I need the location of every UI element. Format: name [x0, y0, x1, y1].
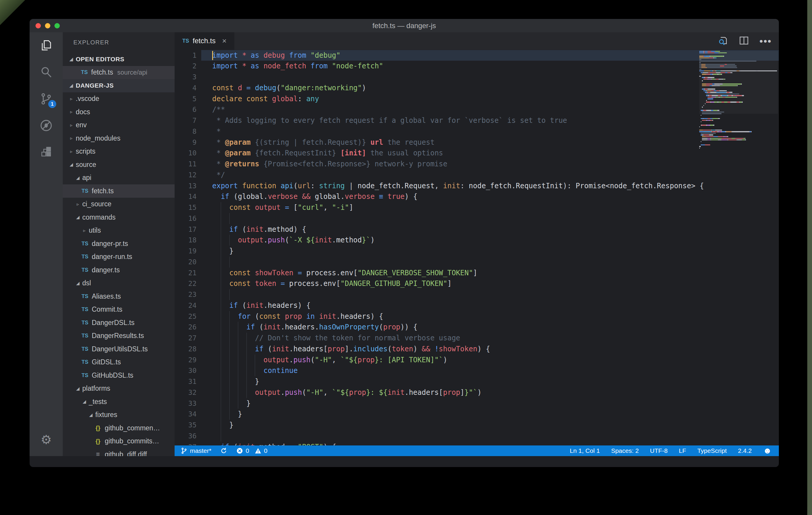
- tree-item-aliases-ts[interactable]: TSAliases.ts: [63, 290, 175, 303]
- tree-item-ci-source[interactable]: ▹ci_source: [63, 198, 175, 211]
- open-changes-button[interactable]: [718, 35, 729, 47]
- tree-item--tests[interactable]: ◢_tests: [63, 395, 175, 408]
- code-line-32[interactable]: 32 output.push("-H", `"${prop}: ${init.h…: [175, 387, 779, 398]
- tree-item-platforms[interactable]: ◢platforms: [63, 382, 175, 395]
- tree-item-api[interactable]: ◢api: [63, 171, 175, 185]
- activity-item-source-control[interactable]: 1: [30, 86, 63, 112]
- code-text: if (init.method ≡ "POST") {: [201, 441, 336, 446]
- code-line-8[interactable]: 8 *: [175, 126, 779, 137]
- tab-bar: TS fetch.ts ×: [175, 32, 779, 50]
- code-line-13[interactable]: 13export function api(url: string | node…: [175, 180, 779, 192]
- code-line-37[interactable]: 37 if (init.method ≡ "POST") {: [175, 441, 779, 446]
- activity-item-debug[interactable]: [30, 112, 63, 139]
- tree-item-source[interactable]: ◢source: [63, 158, 175, 171]
- code-line-12[interactable]: 12 */: [175, 170, 779, 180]
- code-text: const showToken = process.env["DANGER_VE…: [201, 267, 477, 279]
- code-line-20[interactable]: 20: [175, 257, 779, 267]
- code-line-25[interactable]: 25 for (const prop in init.headers) {: [175, 311, 779, 322]
- status-encoding[interactable]: UTF-8: [650, 447, 668, 454]
- code-line-36[interactable]: 36: [175, 431, 779, 441]
- tree-item-fetch-ts[interactable]: TSfetch.ts: [63, 184, 175, 198]
- code-line-11[interactable]: 11 * @returns {Promise<fetch.Response>} …: [175, 159, 779, 170]
- tree-item-commands[interactable]: ◢commands: [63, 211, 175, 224]
- line-number: 30: [175, 365, 201, 376]
- tree-item-dangerutilsdsl-ts[interactable]: TSDangerUtilsDSL.ts: [63, 342, 175, 356]
- code-line-22[interactable]: 22 const token = process.env["DANGER_GIT…: [175, 278, 779, 289]
- code-line-15[interactable]: 15 const output = ["curl", "-i"]: [175, 202, 779, 213]
- status-cursor-position[interactable]: Ln 1, Col 1: [570, 447, 600, 454]
- tree-item-dangerresults-ts[interactable]: TSDangerResults.ts: [63, 330, 175, 343]
- code-line-31[interactable]: 31 }: [175, 376, 779, 387]
- code-line-35[interactable]: 35 }: [175, 420, 779, 431]
- tree-item-danger-pr-ts[interactable]: TSdanger-pr.ts: [63, 237, 175, 250]
- tree-item-gitdsl-ts[interactable]: TSGitDSL.ts: [63, 356, 175, 369]
- tree-item-commit-ts[interactable]: TSCommit.ts: [63, 303, 175, 316]
- code-line-14[interactable]: 14 if (global.verbose && global.verbose …: [175, 191, 779, 202]
- activity-item-settings[interactable]: ⚙: [30, 427, 63, 453]
- git-branch-status[interactable]: master*: [180, 447, 211, 454]
- tree-item-fixtures[interactable]: ◢fixtures: [63, 408, 175, 422]
- status-typescript-version[interactable]: 2.4.2: [738, 447, 752, 454]
- minimize-window-button[interactable]: [45, 23, 50, 28]
- open-editor-item-fetch-ts[interactable]: TS fetch.ts source/api: [63, 66, 175, 79]
- tree-item-danger-run-ts[interactable]: TSdanger-run.ts: [63, 250, 175, 264]
- code-line-4[interactable]: 4const d = debug("danger:networking"): [175, 83, 779, 93]
- code-line-24[interactable]: 24 if (init.headers) {: [175, 300, 779, 311]
- close-window-button[interactable]: [35, 23, 41, 28]
- code-line-6[interactable]: 6/**: [175, 104, 779, 115]
- code-line-9[interactable]: 9 * @param {(string | fetch.Request)} ur…: [175, 137, 779, 148]
- tree-item-scripts[interactable]: ▹scripts: [63, 145, 175, 159]
- open-editors-header[interactable]: ◢ OPEN EDITORS: [63, 53, 175, 66]
- code-line-28[interactable]: 28 if (init.headers[prop].includes(token…: [175, 344, 779, 354]
- code-text: if (global.verbose && global.verbose ≡ t…: [201, 191, 417, 202]
- tree-item-github-commits-[interactable]: {}github_commits…: [63, 435, 175, 448]
- split-editor-button[interactable]: [738, 35, 749, 47]
- activity-item-search[interactable]: [30, 59, 63, 86]
- tree-item--vscode[interactable]: ▹.vscode: [63, 92, 175, 106]
- tree-item-utils[interactable]: ▹utils: [63, 224, 175, 237]
- activity-item-explorer[interactable]: [30, 32, 63, 59]
- code-line-27[interactable]: 27 // Don't show the token for normal ve…: [175, 333, 779, 344]
- problems-status[interactable]: 0 0: [236, 447, 267, 454]
- code-line-19[interactable]: 19 }: [175, 246, 779, 257]
- project-root-header[interactable]: ◢ DANGER-JS: [63, 79, 175, 92]
- code-line-29[interactable]: 29 output.push("-H", `"${prop}: [API TOK…: [175, 354, 779, 366]
- status-indentation[interactable]: Spaces: 2: [611, 447, 639, 454]
- code-line-21[interactable]: 21 const showToken = process.env["DANGER…: [175, 267, 779, 279]
- tree-item-node-modules[interactable]: ▹node_modules: [63, 132, 175, 145]
- code-line-3[interactable]: 3: [175, 71, 779, 83]
- code-line-10[interactable]: 10 * @param {fetch.RequestInit} [init] t…: [175, 148, 779, 159]
- tree-item-danger-ts[interactable]: TSdanger.ts: [63, 263, 175, 277]
- code-editor[interactable]: 1import * as debug from "debug"2import *…: [175, 50, 779, 446]
- zoom-window-button[interactable]: [54, 23, 60, 28]
- tree-item-github-diff-diff[interactable]: ≡github_diff.diff: [63, 448, 175, 456]
- tree-item-docs[interactable]: ▹docs: [63, 105, 175, 119]
- code-line-16[interactable]: 16: [175, 213, 779, 224]
- code-line-18[interactable]: 18 output.push(`-X ${init.method}`): [175, 235, 779, 246]
- code-line-23[interactable]: 23: [175, 289, 779, 300]
- close-tab-icon[interactable]: ×: [222, 36, 226, 46]
- indent-guide: [229, 322, 238, 333]
- sync-status[interactable]: [220, 447, 227, 454]
- minimap[interactable]: [699, 51, 778, 158]
- status-language-mode[interactable]: TypeScript: [697, 447, 727, 454]
- tab-fetch-ts[interactable]: TS fetch.ts ×: [175, 32, 234, 50]
- tree-item-dangerdsl-ts[interactable]: TSDangerDSL.ts: [63, 316, 175, 330]
- feedback-smiley-icon[interactable]: ☻: [763, 448, 772, 454]
- code-line-30[interactable]: 30 continue: [175, 365, 779, 376]
- code-line-7[interactable]: 7 * Adds logging to every fetch request …: [175, 115, 779, 126]
- more-actions-button[interactable]: •••: [759, 38, 772, 44]
- code-line-2[interactable]: 2import * as node_fetch from "node-fetch…: [175, 61, 779, 71]
- activity-item-extensions[interactable]: [30, 139, 63, 166]
- code-line-5[interactable]: 5declare const global: any: [175, 93, 779, 105]
- code-line-34[interactable]: 34 }: [175, 409, 779, 420]
- tree-item-github-commen-[interactable]: {}github_commen…: [63, 422, 175, 435]
- code-line-1[interactable]: 1import * as debug from "debug": [175, 50, 779, 61]
- tree-item-dsl[interactable]: ◢dsl: [63, 277, 175, 290]
- code-line-17[interactable]: 17 if (init.method) {: [175, 224, 779, 235]
- tree-item-githubdsl-ts[interactable]: TSGitHubDSL.ts: [63, 369, 175, 382]
- code-line-26[interactable]: 26 if (init.headers.hasOwnProperty(prop)…: [175, 322, 779, 333]
- code-line-33[interactable]: 33 }: [175, 398, 779, 409]
- tree-item-env[interactable]: ▹env: [63, 119, 175, 132]
- status-end-of-line[interactable]: LF: [679, 447, 686, 454]
